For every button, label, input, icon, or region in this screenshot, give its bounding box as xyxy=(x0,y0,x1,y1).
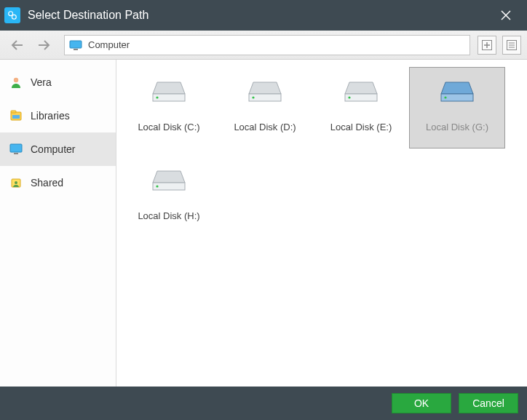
svg-point-1 xyxy=(12,15,16,19)
list-icon xyxy=(507,40,517,50)
svg-marker-32 xyxy=(441,82,473,94)
drive-label: Local Disk (H:) xyxy=(138,210,199,221)
drive-label: Local Disk (E:) xyxy=(330,122,392,132)
body: Vera Libraries Computer Shared xyxy=(0,60,527,387)
svg-marker-29 xyxy=(345,82,377,94)
ok-button[interactable]: OK xyxy=(392,393,451,413)
sidebar-item-label: Libraries xyxy=(31,110,70,122)
sidebar-item-label: Shared xyxy=(31,177,63,189)
close-icon xyxy=(501,10,511,20)
window-title: Select Destination Path xyxy=(28,9,491,22)
computer-icon xyxy=(9,143,23,155)
drive-label: Local Disk (C:) xyxy=(138,122,199,132)
svg-marker-23 xyxy=(153,82,185,94)
nav-arrows xyxy=(7,35,54,55)
back-button[interactable] xyxy=(7,35,28,55)
titlebar: Select Destination Path xyxy=(0,0,527,31)
new-folder-button[interactable] xyxy=(478,36,496,55)
plus-icon xyxy=(482,40,492,50)
cancel-button[interactable]: Cancel xyxy=(459,393,518,413)
svg-point-31 xyxy=(348,96,350,98)
drive-item[interactable]: Local Disk (G:) xyxy=(409,67,505,148)
drive-icon xyxy=(434,72,480,107)
svg-rect-17 xyxy=(11,111,16,113)
app-icon xyxy=(4,7,20,23)
svg-point-28 xyxy=(252,96,254,98)
list-view-button[interactable] xyxy=(502,36,521,55)
sidebar-item-label: Computer xyxy=(31,143,75,155)
drive-item[interactable]: Local Disk (H:) xyxy=(121,156,217,237)
sidebar-item-shared[interactable]: Shared xyxy=(0,166,116,199)
sidebar-item-computer[interactable]: Computer xyxy=(0,132,116,166)
svg-rect-6 xyxy=(70,41,82,48)
shared-icon xyxy=(9,176,23,189)
svg-point-15 xyxy=(14,78,18,82)
sidebar-item-label: Vera xyxy=(31,76,52,88)
svg-point-34 xyxy=(444,96,446,98)
drive-label: Local Disk (G:) xyxy=(426,122,488,132)
svg-point-22 xyxy=(15,181,17,184)
drive-label: Local Disk (D:) xyxy=(234,122,296,132)
arrow-left-icon xyxy=(10,39,25,51)
svg-rect-20 xyxy=(14,153,18,154)
svg-point-25 xyxy=(156,96,158,98)
svg-rect-7 xyxy=(74,49,78,50)
sidebar: Vera Libraries Computer Shared xyxy=(0,60,116,387)
svg-rect-19 xyxy=(10,144,22,152)
drive-icon xyxy=(146,72,192,107)
drives-panel: Local Disk (C:) Local Disk (D:) Local Di… xyxy=(116,60,527,387)
user-icon xyxy=(9,76,23,89)
arrow-right-icon xyxy=(36,39,51,51)
toolbar: Computer xyxy=(0,31,527,60)
footer: OK Cancel xyxy=(0,387,527,420)
path-text: Computer xyxy=(88,39,130,50)
libraries-icon xyxy=(9,109,23,122)
svg-rect-18 xyxy=(12,115,20,119)
sidebar-item-libraries[interactable]: Libraries xyxy=(0,99,116,132)
drive-item[interactable]: Local Disk (E:) xyxy=(313,67,409,148)
toolbar-right xyxy=(478,36,521,55)
svg-marker-35 xyxy=(153,171,185,183)
svg-marker-26 xyxy=(249,82,281,94)
drive-icon xyxy=(146,161,192,196)
drive-icon xyxy=(242,72,288,107)
forward-button[interactable] xyxy=(33,35,54,55)
svg-point-0 xyxy=(9,12,13,16)
sidebar-item-vera[interactable]: Vera xyxy=(0,66,116,99)
svg-point-37 xyxy=(156,185,158,187)
computer-icon xyxy=(69,40,82,50)
close-button[interactable] xyxy=(491,0,521,31)
drive-item[interactable]: Local Disk (D:) xyxy=(217,67,313,148)
drive-icon xyxy=(338,72,384,107)
drive-item[interactable]: Local Disk (C:) xyxy=(121,67,217,148)
path-bar[interactable]: Computer xyxy=(64,35,470,55)
